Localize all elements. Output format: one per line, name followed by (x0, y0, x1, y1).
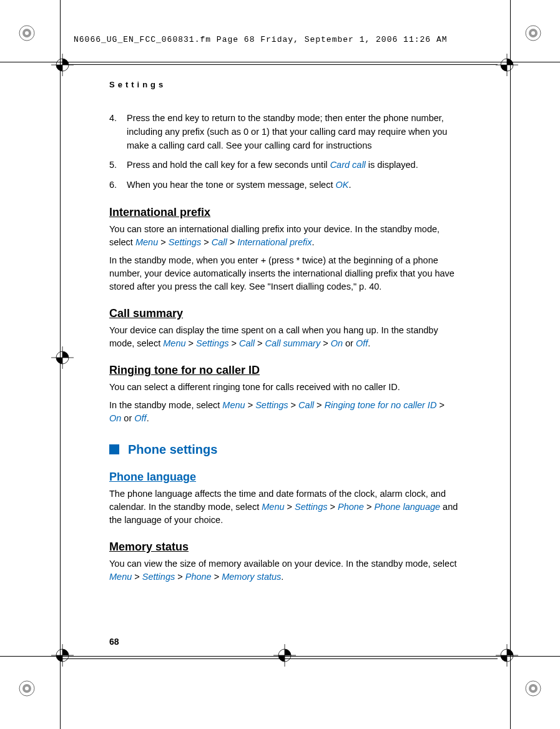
paragraph: Your device can display the time spent o… (109, 324, 459, 350)
paragraph: You can select a different ringing tone … (109, 381, 459, 394)
subsection-heading: Ringing tone for no caller ID (109, 364, 459, 377)
crop-mark-icon (17, 24, 36, 42)
step-list: 4. Press the end key to return to the st… (109, 112, 459, 192)
page-content: Settings 4. Press the end key to return … (109, 80, 459, 589)
page-number: 68 (109, 637, 119, 647)
crop-mark-icon (17, 679, 36, 698)
svg-point-5 (531, 31, 535, 35)
step-number: 4. (109, 112, 127, 152)
registration-mark-icon (51, 346, 74, 369)
paragraph: In the standby mode, when you enter + (p… (109, 254, 459, 293)
subsection-heading: Memory status (109, 541, 459, 554)
horizontal-rule (62, 64, 498, 65)
step-number: 6. (109, 179, 127, 192)
step-item: 4. Press the end key to return to the st… (109, 112, 459, 152)
registration-mark-icon (496, 54, 518, 76)
vertical-rule (60, 0, 61, 729)
registration-mark-icon (273, 644, 296, 667)
section-label: Settings (109, 80, 459, 89)
step-text: Press and hold the call key for a few se… (127, 159, 459, 172)
paragraph: The phone language affects the time and … (109, 487, 459, 527)
horizontal-rule (0, 656, 560, 657)
vertical-rule (510, 0, 511, 729)
step-number: 5. (109, 159, 127, 172)
registration-mark-icon (51, 54, 74, 76)
step-text: Press the end key to return to the stand… (127, 112, 459, 152)
section-title-text: Phone settings (128, 443, 217, 457)
subsection-heading: Call summary (109, 307, 459, 320)
subsection-heading: Phone language (109, 471, 459, 484)
paragraph: In the standby mode, select Menu > Setti… (109, 399, 459, 425)
registration-mark-icon (496, 644, 518, 667)
step-text: When you hear the tone or system message… (127, 179, 459, 192)
registration-mark-icon (51, 644, 74, 667)
crop-mark-icon (524, 679, 543, 698)
square-bullet-icon (109, 444, 119, 454)
page-header: N6066_UG_EN_FCC_060831.fm Page 68 Friday… (74, 35, 448, 44)
section-title: Phone settings (109, 443, 459, 457)
horizontal-rule (62, 658, 498, 659)
svg-point-2 (25, 31, 29, 35)
horizontal-rule (0, 62, 560, 62)
subsection-heading: International prefix (109, 206, 459, 219)
paragraph: You can store an international dialling … (109, 223, 459, 249)
paragraph: You can view the size of memory availabl… (109, 557, 459, 584)
crop-mark-icon (524, 24, 543, 42)
step-item: 6. When you hear the tone or system mess… (109, 179, 459, 192)
svg-point-8 (25, 687, 29, 690)
svg-point-11 (531, 687, 535, 690)
step-item: 5. Press and hold the call key for a few… (109, 159, 459, 172)
